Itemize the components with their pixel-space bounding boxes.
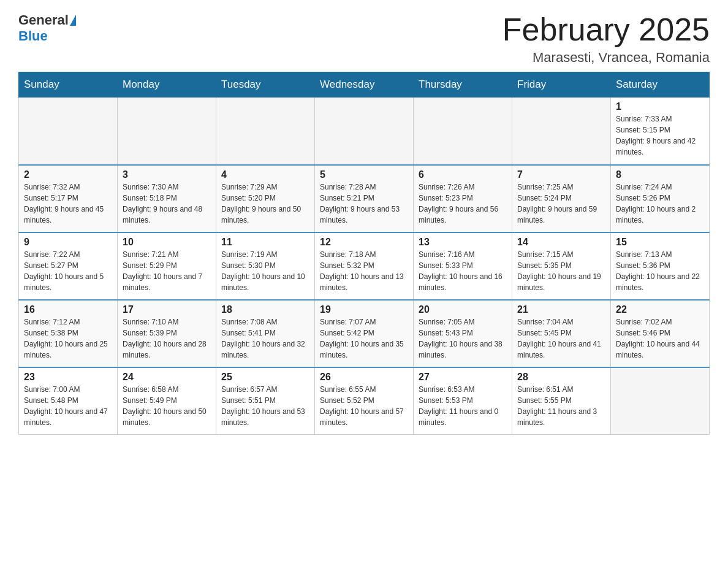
day-info: Sunrise: 7:13 AM Sunset: 5:36 PM Dayligh… — [616, 249, 704, 293]
day-number: 27 — [419, 372, 507, 383]
calendar-cell — [512, 98, 611, 165]
calendar-cell: 15Sunrise: 7:13 AM Sunset: 5:36 PM Dayli… — [611, 232, 710, 300]
calendar-cell: 18Sunrise: 7:08 AM Sunset: 5:41 PM Dayli… — [216, 300, 315, 367]
logo-triangle-icon — [70, 15, 76, 26]
header-monday: Monday — [118, 72, 216, 98]
day-number: 16 — [24, 304, 112, 315]
page-header: General Blue February 2025 Marasesti, Vr… — [18, 12, 710, 66]
day-info: Sunrise: 7:16 AM Sunset: 5:33 PM Dayligh… — [419, 249, 507, 293]
calendar-cell: 23Sunrise: 7:00 AM Sunset: 5:48 PM Dayli… — [19, 367, 118, 435]
day-number: 17 — [123, 304, 211, 315]
calendar-cell: 24Sunrise: 6:58 AM Sunset: 5:49 PM Dayli… — [118, 367, 216, 435]
day-number: 8 — [616, 169, 704, 180]
calendar-cell: 11Sunrise: 7:19 AM Sunset: 5:30 PM Dayli… — [216, 232, 315, 300]
day-info: Sunrise: 7:25 AM Sunset: 5:24 PM Dayligh… — [517, 182, 605, 226]
day-number: 3 — [123, 169, 211, 180]
day-info: Sunrise: 7:33 AM Sunset: 5:15 PM Dayligh… — [616, 113, 704, 158]
day-number: 4 — [221, 169, 309, 180]
calendar-cell: 14Sunrise: 7:15 AM Sunset: 5:35 PM Dayli… — [512, 232, 611, 300]
calendar-cell: 28Sunrise: 6:51 AM Sunset: 5:55 PM Dayli… — [512, 367, 611, 435]
calendar-cell: 12Sunrise: 7:18 AM Sunset: 5:32 PM Dayli… — [315, 232, 414, 300]
calendar-header-row: SundayMondayTuesdayWednesdayThursdayFrid… — [19, 72, 710, 98]
day-number: 1 — [616, 101, 704, 112]
calendar-cell: 5Sunrise: 7:28 AM Sunset: 5:21 PM Daylig… — [315, 165, 414, 232]
day-number: 18 — [221, 304, 309, 315]
calendar-cell: 1Sunrise: 7:33 AM Sunset: 5:15 PM Daylig… — [611, 98, 710, 165]
day-number: 22 — [616, 304, 704, 315]
calendar-cell: 19Sunrise: 7:07 AM Sunset: 5:42 PM Dayli… — [315, 300, 414, 367]
calendar-cell: 4Sunrise: 7:29 AM Sunset: 5:20 PM Daylig… — [216, 165, 315, 232]
day-number: 2 — [24, 169, 112, 180]
day-info: Sunrise: 7:02 AM Sunset: 5:46 PM Dayligh… — [616, 316, 704, 361]
calendar-cell — [118, 98, 216, 165]
day-info: Sunrise: 7:19 AM Sunset: 5:30 PM Dayligh… — [221, 249, 309, 293]
calendar-cell: 27Sunrise: 6:53 AM Sunset: 5:53 PM Dayli… — [414, 367, 512, 435]
day-number: 7 — [517, 169, 605, 180]
day-number: 20 — [419, 304, 507, 315]
calendar-cell: 13Sunrise: 7:16 AM Sunset: 5:33 PM Dayli… — [414, 232, 512, 300]
calendar-header: SundayMondayTuesdayWednesdayThursdayFrid… — [19, 72, 710, 98]
calendar-cell: 10Sunrise: 7:21 AM Sunset: 5:29 PM Dayli… — [118, 232, 216, 300]
calendar-cell: 7Sunrise: 7:25 AM Sunset: 5:24 PM Daylig… — [512, 165, 611, 232]
calendar-week-1: 1Sunrise: 7:33 AM Sunset: 5:15 PM Daylig… — [19, 98, 710, 165]
calendar-cell: 21Sunrise: 7:04 AM Sunset: 5:45 PM Dayli… — [512, 300, 611, 367]
calendar-cell: 8Sunrise: 7:24 AM Sunset: 5:26 PM Daylig… — [611, 165, 710, 232]
header-wednesday: Wednesday — [315, 72, 414, 98]
day-number: 26 — [320, 372, 408, 383]
day-info: Sunrise: 7:29 AM Sunset: 5:20 PM Dayligh… — [221, 182, 309, 226]
day-info: Sunrise: 7:07 AM Sunset: 5:42 PM Dayligh… — [320, 316, 408, 361]
day-info: Sunrise: 7:24 AM Sunset: 5:26 PM Dayligh… — [616, 182, 704, 226]
header-tuesday: Tuesday — [216, 72, 315, 98]
calendar-cell — [315, 98, 414, 165]
calendar-body: 1Sunrise: 7:33 AM Sunset: 5:15 PM Daylig… — [19, 98, 710, 435]
day-info: Sunrise: 7:28 AM Sunset: 5:21 PM Dayligh… — [320, 182, 408, 226]
header-friday: Friday — [512, 72, 611, 98]
day-number: 14 — [517, 237, 605, 248]
calendar-cell: 25Sunrise: 6:57 AM Sunset: 5:51 PM Dayli… — [216, 367, 315, 435]
day-info: Sunrise: 7:15 AM Sunset: 5:35 PM Dayligh… — [517, 249, 605, 293]
calendar-cell: 26Sunrise: 6:55 AM Sunset: 5:52 PM Dayli… — [315, 367, 414, 435]
day-info: Sunrise: 7:00 AM Sunset: 5:48 PM Dayligh… — [24, 384, 112, 428]
calendar-cell: 2Sunrise: 7:32 AM Sunset: 5:17 PM Daylig… — [19, 165, 118, 232]
calendar-cell: 9Sunrise: 7:22 AM Sunset: 5:27 PM Daylig… — [19, 232, 118, 300]
day-info: Sunrise: 7:22 AM Sunset: 5:27 PM Dayligh… — [24, 249, 112, 293]
day-number: 24 — [123, 372, 211, 383]
calendar-week-3: 9Sunrise: 7:22 AM Sunset: 5:27 PM Daylig… — [19, 232, 710, 300]
day-number: 6 — [419, 169, 507, 180]
calendar-week-4: 16Sunrise: 7:12 AM Sunset: 5:38 PM Dayli… — [19, 300, 710, 367]
calendar-cell — [611, 367, 710, 435]
day-number: 28 — [517, 372, 605, 383]
calendar-week-2: 2Sunrise: 7:32 AM Sunset: 5:17 PM Daylig… — [19, 165, 710, 232]
day-number: 23 — [24, 372, 112, 383]
day-info: Sunrise: 6:51 AM Sunset: 5:55 PM Dayligh… — [517, 384, 605, 428]
day-number: 5 — [320, 169, 408, 180]
day-info: Sunrise: 6:55 AM Sunset: 5:52 PM Dayligh… — [320, 384, 408, 428]
calendar-week-5: 23Sunrise: 7:00 AM Sunset: 5:48 PM Dayli… — [19, 367, 710, 435]
calendar-cell: 16Sunrise: 7:12 AM Sunset: 5:38 PM Dayli… — [19, 300, 118, 367]
day-number: 12 — [320, 237, 408, 248]
day-number: 10 — [123, 237, 211, 248]
day-info: Sunrise: 7:08 AM Sunset: 5:41 PM Dayligh… — [221, 316, 309, 361]
calendar-cell: 3Sunrise: 7:30 AM Sunset: 5:18 PM Daylig… — [118, 165, 216, 232]
calendar-cell: 22Sunrise: 7:02 AM Sunset: 5:46 PM Dayli… — [611, 300, 710, 367]
day-number: 9 — [24, 237, 112, 248]
day-number: 25 — [221, 372, 309, 383]
calendar-cell — [414, 98, 512, 165]
header-sunday: Sunday — [19, 72, 118, 98]
logo-blue-text: Blue — [18, 28, 48, 44]
day-number: 15 — [616, 237, 704, 248]
calendar-cell — [216, 98, 315, 165]
calendar-cell: 20Sunrise: 7:05 AM Sunset: 5:43 PM Dayli… — [414, 300, 512, 367]
day-info: Sunrise: 7:05 AM Sunset: 5:43 PM Dayligh… — [419, 316, 507, 361]
logo-general-text: General — [18, 12, 69, 28]
day-info: Sunrise: 6:58 AM Sunset: 5:49 PM Dayligh… — [123, 384, 211, 428]
day-info: Sunrise: 7:18 AM Sunset: 5:32 PM Dayligh… — [320, 249, 408, 293]
day-info: Sunrise: 7:30 AM Sunset: 5:18 PM Dayligh… — [123, 182, 211, 226]
header-thursday: Thursday — [414, 72, 512, 98]
day-info: Sunrise: 7:04 AM Sunset: 5:45 PM Dayligh… — [517, 316, 605, 361]
day-info: Sunrise: 7:26 AM Sunset: 5:23 PM Dayligh… — [419, 182, 507, 226]
day-number: 11 — [221, 237, 309, 248]
title-block: February 2025 Marasesti, Vrancea, Romani… — [502, 12, 710, 66]
logo: General Blue — [18, 12, 77, 44]
day-info: Sunrise: 7:32 AM Sunset: 5:17 PM Dayligh… — [24, 182, 112, 226]
